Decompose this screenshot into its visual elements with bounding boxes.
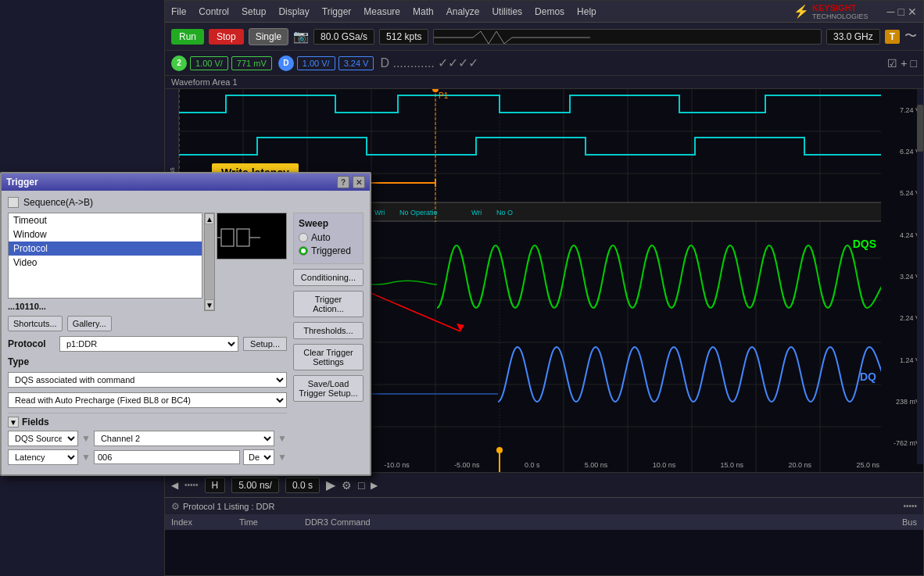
- auto-radio-row: Auto: [299, 232, 358, 243]
- trigger-item-protocol[interactable]: Protocol: [9, 241, 202, 256]
- menu-measure[interactable]: Measure: [364, 6, 400, 17]
- sequence-label: Sequence(A->B): [23, 197, 93, 208]
- scroll-left-icon[interactable]: ◀: [171, 480, 178, 491]
- dialog-title: Trigger: [6, 177, 38, 188]
- menu-math[interactable]: Math: [413, 6, 434, 17]
- latency-format-select[interactable]: Dec: [243, 449, 274, 465]
- keysight-sub: TECHNOLOGIES: [812, 13, 868, 20]
- ch-dots: D ............ ✓✓✓✓: [380, 55, 478, 70]
- protocol-row: Protocol p1:DDR Setup...: [8, 336, 287, 352]
- trigger-type-list: Timeout Window Protocol Video: [8, 213, 202, 299]
- svg-text:No Operatio: No Operatio: [399, 209, 438, 216]
- menu-trigger[interactable]: Trigger: [322, 6, 352, 17]
- v-scrollbar-thumb[interactable]: [917, 105, 923, 152]
- fields-label: Fields: [22, 417, 49, 428]
- svg-text:P1: P1: [439, 91, 449, 100]
- settings-icon[interactable]: ⚙: [342, 479, 352, 492]
- trigger-type-section: Timeout Window Protocol Video ...10110..…: [8, 213, 287, 311]
- protocol-label: Protocol 1 Listing : DDR: [183, 502, 274, 511]
- trigger-item-timeout[interactable]: Timeout: [9, 213, 202, 227]
- copy-icon[interactable]: □: [358, 479, 364, 492]
- latency-value-input[interactable]: [94, 450, 240, 464]
- stop-button[interactable]: Stop: [209, 29, 244, 45]
- trigger-dialog: Trigger ? ✕ Sequence(A->B) Timeout Windo…: [0, 172, 371, 476]
- protocol-select[interactable]: p1:DDR: [59, 336, 238, 352]
- run-button[interactable]: Run: [171, 29, 204, 45]
- ch2-volt2[interactable]: 771 mV: [231, 56, 272, 70]
- thresholds-button[interactable]: Thresholds...: [293, 322, 364, 339]
- dialog-help-btn[interactable]: ?: [337, 176, 349, 188]
- trigger-indicator: [433, 29, 821, 45]
- menu-display[interactable]: Display: [278, 6, 309, 17]
- scroll-right-icon[interactable]: ▶: [371, 480, 378, 491]
- menu-control[interactable]: Control: [199, 6, 229, 17]
- protocol-dots: •••••: [903, 502, 917, 510]
- v-label-8: -762 mV: [894, 439, 920, 447]
- list-scroll-down[interactable]: ▼: [205, 299, 214, 310]
- chD-volt1[interactable]: 1.00 V/: [297, 56, 335, 70]
- auto-label: Auto: [311, 232, 331, 243]
- camera-icon: 📷: [293, 29, 309, 44]
- trigger-item-video[interactable]: Video: [9, 256, 202, 270]
- v-scrollbar[interactable]: [917, 89, 923, 464]
- close-btn[interactable]: ✕: [908, 5, 917, 18]
- menu-file[interactable]: File: [171, 6, 186, 17]
- bandwidth[interactable]: 33.0 GHz: [826, 29, 880, 45]
- dqs-arrow-icon: ▼: [81, 433, 91, 444]
- dqs-source-select[interactable]: DQS Source: [8, 431, 78, 446]
- list-scroll-track[interactable]: [205, 224, 214, 299]
- list-scroll-up[interactable]: ▲: [205, 213, 214, 224]
- sweep-panel: Sweep Auto Triggered: [293, 213, 364, 264]
- svg-text:No O: No O: [496, 209, 513, 216]
- sequence-checkbox[interactable]: [8, 197, 19, 208]
- type-select-1[interactable]: DQS associated with command: [8, 372, 287, 388]
- protocol-label: Protocol: [8, 338, 55, 349]
- play-icon[interactable]: ▶: [326, 478, 335, 492]
- shortcuts-button[interactable]: Shortcuts...: [8, 316, 63, 331]
- channel-add-icon[interactable]: +: [901, 57, 907, 70]
- menu-demos[interactable]: Demos: [535, 6, 564, 17]
- channel-check-icon[interactable]: ☑: [887, 57, 897, 70]
- menu-analyze[interactable]: Analyze: [446, 6, 480, 17]
- waveform-area-label: Waveform Area 1: [165, 76, 923, 89]
- single-button[interactable]: Single: [249, 28, 288, 45]
- menu-utilities[interactable]: Utilities: [492, 6, 522, 17]
- setup-button[interactable]: Setup...: [243, 337, 287, 351]
- time-per-div[interactable]: 5.00 ns/: [231, 478, 279, 493]
- waveform-preview: [217, 213, 287, 259]
- h-label: H: [205, 478, 226, 493]
- triggered-radio[interactable]: [299, 246, 308, 256]
- ch2-volt1[interactable]: 1.00 V/: [190, 56, 228, 70]
- maximize-btn[interactable]: □: [898, 5, 904, 18]
- gallery-button[interactable]: Gallery...: [67, 316, 112, 331]
- time-label-8: 15.0 ns: [721, 461, 744, 469]
- chD-volt2[interactable]: 3.24 V: [338, 56, 374, 70]
- fields-header: ▼ Fields: [8, 417, 287, 428]
- minimize-btn[interactable]: ─: [887, 5, 895, 18]
- dqs-channel-select[interactable]: Channel 2: [94, 431, 274, 446]
- field-row-latency: Latency ▼ Dec ▼: [8, 449, 287, 465]
- sample-rate[interactable]: 80.0 GSa/s: [313, 29, 374, 45]
- dialog-close-btn[interactable]: ✕: [353, 176, 365, 188]
- latency-select[interactable]: Latency: [8, 449, 78, 465]
- type-select-2[interactable]: Read with Auto Precharge (Fixed BL8 or B…: [8, 392, 287, 408]
- channel-settings-icon[interactable]: □: [911, 57, 917, 70]
- menu-setup[interactable]: Setup: [242, 6, 266, 17]
- settings-gear-icon[interactable]: ⚙: [171, 501, 180, 512]
- t-button[interactable]: T: [885, 30, 900, 44]
- fields-toggle[interactable]: ▼: [8, 417, 19, 428]
- time-offset[interactable]: 0.0 s: [285, 478, 320, 493]
- auto-radio[interactable]: [299, 233, 308, 242]
- menu-help[interactable]: Help: [577, 6, 596, 17]
- dialog-body: Sequence(A->B) Timeout Window Protocol V…: [2, 191, 370, 474]
- trigger-item-window[interactable]: Window: [9, 227, 202, 241]
- svg-text:Wri: Wri: [374, 209, 385, 216]
- conditioning-button[interactable]: Conditioning...: [293, 269, 364, 286]
- save-load-button[interactable]: Save/Load Trigger Setup...: [293, 375, 364, 402]
- ch2-badge: 2: [171, 55, 187, 71]
- triggered-label: Triggered: [311, 245, 351, 256]
- keysight-logo-icon: ⚡: [793, 4, 809, 19]
- clear-trigger-button[interactable]: Clear Trigger Settings: [293, 344, 364, 370]
- memory-depth[interactable]: 512 kpts: [379, 29, 428, 45]
- trigger-action-button[interactable]: Trigger Action...: [293, 291, 364, 317]
